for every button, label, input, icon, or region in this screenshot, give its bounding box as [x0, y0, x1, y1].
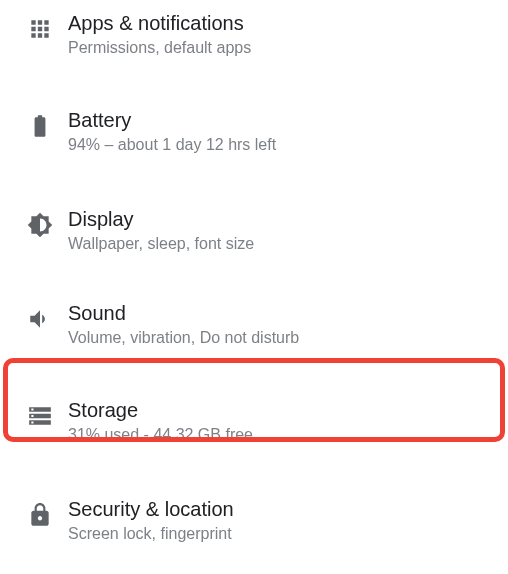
- settings-item-sound[interactable]: Sound Volume, vibration, Do not disturb: [0, 282, 508, 373]
- settings-item-storage[interactable]: Storage 31% used - 44.32 GB free: [0, 373, 508, 474]
- lock-icon: [12, 496, 68, 528]
- settings-item-text: Sound Volume, vibration, Do not disturb: [68, 300, 492, 349]
- settings-item-subtitle: Volume, vibration, Do not disturb: [68, 328, 492, 349]
- display-icon: [12, 206, 68, 238]
- sound-icon: [12, 300, 68, 332]
- settings-item-title: Battery: [68, 107, 492, 133]
- settings-item-security[interactable]: Security & location Screen lock, fingerp…: [0, 474, 508, 571]
- settings-item-subtitle: Screen lock, fingerprint: [68, 524, 492, 545]
- settings-item-text: Display Wallpaper, sleep, font size: [68, 206, 492, 255]
- settings-item-text: Apps & notifications Permissions, defaul…: [68, 10, 492, 59]
- settings-item-battery[interactable]: Battery 94% – about 1 day 12 hrs left: [0, 87, 508, 186]
- battery-icon: [12, 107, 68, 139]
- settings-item-title: Storage: [68, 397, 492, 423]
- apps-icon: [12, 10, 68, 42]
- storage-icon: [12, 397, 68, 429]
- settings-item-title: Display: [68, 206, 492, 232]
- settings-item-display[interactable]: Display Wallpaper, sleep, font size: [0, 186, 508, 283]
- settings-item-apps[interactable]: Apps & notifications Permissions, defaul…: [0, 4, 508, 87]
- settings-item-text: Storage 31% used - 44.32 GB free: [68, 397, 492, 446]
- settings-list: Apps & notifications Permissions, defaul…: [0, 0, 508, 574]
- settings-item-text: Security & location Screen lock, fingerp…: [68, 496, 492, 545]
- settings-item-title: Apps & notifications: [68, 10, 492, 36]
- settings-item-title: Sound: [68, 300, 492, 326]
- settings-item-subtitle: Permissions, default apps: [68, 38, 492, 59]
- settings-item-subtitle: 31% used - 44.32 GB free: [68, 425, 492, 446]
- settings-item-subtitle: 94% – about 1 day 12 hrs left: [68, 135, 492, 156]
- settings-item-text: Battery 94% – about 1 day 12 hrs left: [68, 107, 492, 156]
- settings-item-title: Security & location: [68, 496, 492, 522]
- settings-item-subtitle: Wallpaper, sleep, font size: [68, 234, 492, 255]
